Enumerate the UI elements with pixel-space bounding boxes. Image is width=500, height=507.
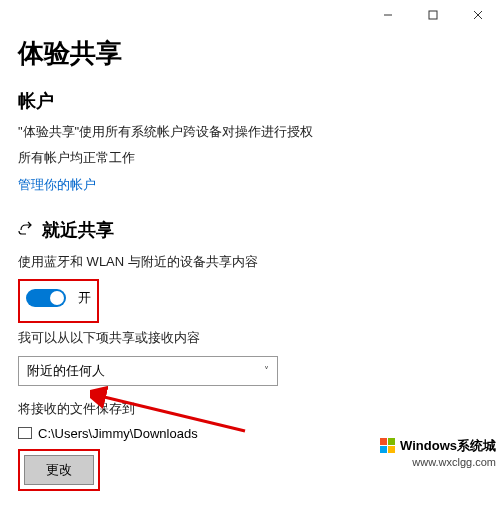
windows-logo-icon — [380, 438, 396, 454]
accounts-heading: 帐户 — [18, 89, 482, 113]
nearby-sharing-heading: 就近共享 — [18, 218, 482, 243]
accounts-desc-1: "体验共享"使用所有系统帐户跨设备对操作进行授权 — [18, 123, 482, 141]
save-to-label: 将接收的文件保存到 — [18, 400, 482, 418]
watermark-url: www.wxclgg.com — [380, 455, 496, 469]
nearby-sharing-toggle[interactable] — [26, 289, 66, 307]
share-icon — [18, 220, 36, 243]
svg-rect-1 — [429, 11, 437, 19]
page-title: 体验共享 — [18, 36, 482, 71]
folder-icon — [18, 427, 32, 439]
nearby-desc: 使用蓝牙和 WLAN 与附近的设备共享内容 — [18, 253, 482, 271]
annotation-box-change: 更改 — [18, 449, 100, 491]
window-minimize-button[interactable] — [365, 0, 410, 30]
window-maximize-button[interactable] — [410, 0, 455, 30]
manage-accounts-link[interactable]: 管理你的帐户 — [18, 176, 96, 194]
save-path-text: C:\Users\Jimmy\Downloads — [38, 426, 198, 441]
nearby-heading-text: 就近共享 — [42, 220, 114, 240]
svg-rect-5 — [380, 438, 387, 445]
toggle-state-label: 开 — [78, 289, 91, 307]
dropdown-value: 附近的任何人 — [27, 362, 105, 380]
svg-rect-7 — [380, 446, 387, 453]
window-close-button[interactable] — [455, 0, 500, 30]
watermark: Windows系统城 www.wxclgg.com — [380, 438, 496, 469]
svg-rect-8 — [388, 446, 395, 453]
chevron-down-icon: ˅ — [264, 365, 269, 376]
window-titlebar — [0, 0, 500, 30]
receive-from-label: 我可以从以下项共享或接收内容 — [18, 329, 482, 347]
change-folder-button[interactable]: 更改 — [24, 455, 94, 485]
accounts-desc-2: 所有帐户均正常工作 — [18, 149, 482, 167]
watermark-brand: Windows系统城 — [400, 438, 496, 455]
share-scope-dropdown[interactable]: 附近的任何人 ˅ — [18, 356, 278, 386]
svg-rect-6 — [388, 438, 395, 445]
annotation-box-toggle: 开 — [18, 279, 99, 323]
